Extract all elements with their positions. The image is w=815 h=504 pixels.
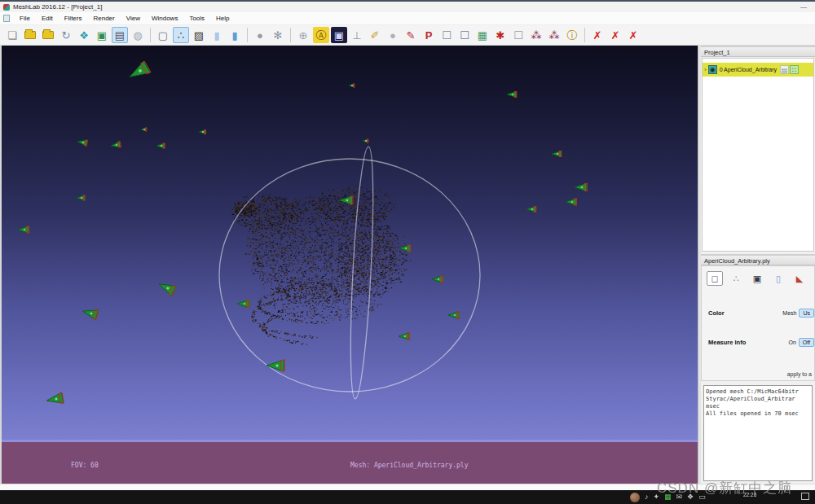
select-connected-icon[interactable]: ▦ <box>474 27 491 43</box>
camera-marker <box>18 226 29 234</box>
camera-marker <box>507 91 517 98</box>
reload-icon[interactable]: ↻ <box>58 27 74 43</box>
crosshair-icon[interactable]: ⊕ <box>295 27 311 43</box>
camera-marker <box>399 333 410 340</box>
bbox-render-icon[interactable]: ▢ <box>155 27 171 43</box>
mode-points-icon[interactable]: ∴ <box>728 271 744 286</box>
layer-points-icon[interactable]: ∷ <box>790 65 799 74</box>
hud-fov: FOV: 60 <box>71 462 118 470</box>
texture-icon[interactable]: ● <box>252 27 268 43</box>
axes-icon[interactable]: ⊥ <box>349 27 365 43</box>
show-layers-icon[interactable]: ▤ <box>112 27 128 43</box>
mode-bbox-icon[interactable]: ◻ <box>707 271 723 286</box>
log-panel: Opened mesh C:/MicMac64bitr Styrac/Aperi… <box>701 383 815 484</box>
camera-marker <box>237 300 249 308</box>
points-render-icon[interactable]: ∴ <box>173 27 189 43</box>
camera-marker <box>575 183 587 191</box>
toolbar-separator <box>150 28 151 42</box>
menu-item-file[interactable]: File <box>14 13 36 24</box>
camera-marker <box>126 61 151 83</box>
select-faces-icon[interactable]: ☐ <box>456 27 473 43</box>
properties-panel: AperiCloud_Arbitrary.ply ◻∴▣▯◣ Color Mes… <box>701 254 815 381</box>
camera-marker <box>77 195 85 201</box>
content-area: FOV: 60 FPS: 203.0 BO_RENDERING Mesh: Ap… <box>0 46 815 484</box>
color-option-user-button[interactable]: Us <box>799 309 814 318</box>
delete-mesh-icon[interactable]: ✗ <box>589 27 606 43</box>
csdn-watermark: CSDN @新缸中之脑 <box>657 479 792 497</box>
zpaint-icon[interactable]: ✎ <box>403 27 419 43</box>
select-area-icon[interactable]: ☐ <box>510 27 526 43</box>
shader-sphere-icon[interactable]: ● <box>385 27 401 43</box>
measure-icon[interactable]: ✐ <box>367 27 383 43</box>
right-dock: Project_1 › ◉ 0 AperiCloud_Arbitrary ▤ ∷… <box>701 46 815 484</box>
properties-body: ◻∴▣▯◣ Color Mesh Us Measure Info On Off <box>701 265 815 381</box>
mode-flat-icon[interactable]: ▯ <box>770 271 786 286</box>
color-option-mesh[interactable]: Mesh <box>782 310 796 316</box>
mode-wire-icon[interactable]: ▣ <box>749 271 765 286</box>
align-icon[interactable]: ✱ <box>492 27 509 43</box>
open-project-icon[interactable] <box>22 27 38 43</box>
import-mesh-icon[interactable] <box>40 27 56 43</box>
layers-panel: Project_1 › ◉ 0 AperiCloud_Arbitrary ▤ ∷ <box>701 46 815 252</box>
menu-item-render[interactable]: Render <box>87 13 120 24</box>
user-avatar[interactable] <box>630 493 640 502</box>
show-desktop-button[interactable] <box>801 493 809 500</box>
info-icon[interactable]: ⓘ <box>564 27 580 43</box>
trackball-icon[interactable]: ◍ <box>130 27 146 43</box>
background-icon[interactable]: ▣ <box>331 27 347 43</box>
camera-marker <box>432 276 443 283</box>
gl-viewport[interactable]: FOV: 60 FPS: 203.0 BO_RENDERING Mesh: Ap… <box>0 46 698 484</box>
camera-marker <box>526 206 536 213</box>
smooth-render-icon[interactable]: ▮ <box>227 27 243 43</box>
mode-smooth-icon[interactable]: ◣ <box>791 271 808 286</box>
camera-marker <box>199 129 206 134</box>
save-snapshot-icon[interactable]: ❖ <box>76 27 92 43</box>
toolbar-separator <box>247 28 248 42</box>
camera-marker <box>448 312 460 319</box>
camera-marker <box>363 139 368 142</box>
menu-item-help[interactable]: Help <box>210 13 235 24</box>
camera-marker <box>141 128 147 131</box>
trackball-and-cameras <box>2 46 698 440</box>
camera-marker <box>399 245 411 252</box>
menu-item-tools[interactable]: Tools <box>183 13 210 24</box>
apply-to-all-label[interactable]: apply to a <box>787 371 812 377</box>
cluster-one-icon[interactable]: ⁂ <box>528 27 544 43</box>
menu-bar: File Edit Filters Render View Windows To… <box>0 12 815 25</box>
menu-item-view[interactable]: View <box>121 13 146 24</box>
camera-marker <box>77 138 87 147</box>
camera-marker <box>339 196 353 205</box>
new-project-icon[interactable]: ❏ <box>4 27 20 43</box>
select-vertices-icon[interactable]: ☐ <box>438 27 455 43</box>
tray-icon-1[interactable]: ♪ <box>645 493 649 501</box>
camera-marker <box>156 279 176 296</box>
delete-raster-icon[interactable]: ✗ <box>625 27 641 43</box>
layer-name: 0 AperiCloud_Arbitrary <box>720 67 777 72</box>
wireframe-render-icon[interactable]: ▨ <box>191 27 207 43</box>
delete-all-icon[interactable]: ✗ <box>607 27 623 43</box>
cluster-two-icon[interactable]: ⁂ <box>546 27 562 43</box>
camera-marker <box>46 392 64 406</box>
measure-off-button[interactable]: Off <box>799 338 814 347</box>
meshlab-window: MeshLab 2016.12 - [Project_1] — File Edi… <box>0 0 815 504</box>
expander-icon[interactable]: › <box>704 66 707 73</box>
measure-row: Measure Info On Off <box>702 338 814 347</box>
log-output: Opened mesh C:/MicMac64bitr Styrac/Aperi… <box>703 385 813 481</box>
layer-row-apericloud[interactable]: › ◉ 0 AperiCloud_Arbitrary ▤ ∷ <box>703 63 813 77</box>
mdi-child-icon[interactable] <box>3 15 10 22</box>
hud-mesh-block: Mesh: AperiCloud_Arbitrary.ply Vertices:… <box>350 445 469 484</box>
minimize-button[interactable]: — <box>795 3 812 11</box>
light-icon[interactable]: ✻ <box>270 27 286 43</box>
annotate-a-icon[interactable]: Ⓐ <box>313 27 329 43</box>
flat-render-icon[interactable]: ▮ <box>209 27 225 43</box>
menu-item-edit[interactable]: Edit <box>36 13 59 24</box>
layer-wire-icon[interactable]: ▤ <box>780 65 789 74</box>
menu-item-filters[interactable]: Filters <box>59 13 88 24</box>
camera-marker <box>110 141 121 149</box>
measure-on-option[interactable]: On <box>788 340 795 345</box>
menu-item-windows[interactable]: Windows <box>146 13 183 24</box>
properties-panel-title: AperiCloud_Arbitrary.ply <box>701 254 815 265</box>
snapshot-icon[interactable]: ▣ <box>94 27 110 43</box>
visibility-eye-icon[interactable]: ◉ <box>708 65 717 74</box>
pickpoints-icon[interactable]: P <box>421 27 437 43</box>
